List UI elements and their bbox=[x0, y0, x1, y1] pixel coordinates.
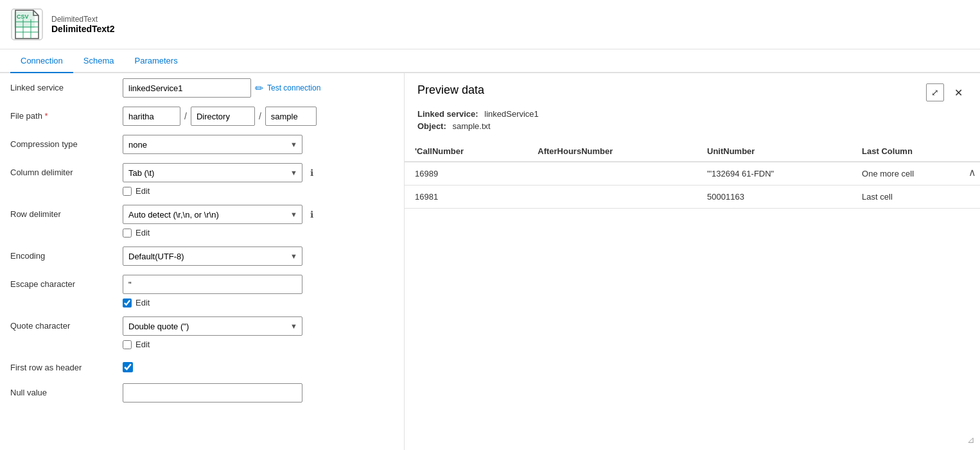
expand-button[interactable]: ⤢ bbox=[926, 83, 944, 101]
compression-type-controls: none gzip bzip2 ▼ bbox=[123, 135, 394, 154]
encoding-select[interactable]: Default(UTF-8) UTF-8 UTF-16 bbox=[123, 247, 302, 266]
test-connection-link[interactable]: Test connection bbox=[267, 83, 320, 92]
encoding-label: Encoding bbox=[10, 247, 123, 261]
escape-char-row: Escape character Edit bbox=[10, 275, 394, 307]
file-input[interactable] bbox=[265, 107, 317, 126]
object-meta-value: sample.txt bbox=[452, 121, 490, 131]
cell-call-2: 16981 bbox=[405, 186, 527, 209]
col-unit-number: UnitNumber bbox=[697, 141, 852, 162]
top-header: CSV DelimitedText DelimitedText2 bbox=[0, 0, 980, 49]
quote-edit-checkbox-row: Edit bbox=[123, 340, 394, 349]
column-edit-label[interactable]: Edit bbox=[136, 186, 150, 196]
object-meta-row: Object: sample.txt bbox=[417, 121, 967, 131]
expand-icon: ⤢ bbox=[931, 87, 939, 98]
col-after-hours: AfterHoursNumber bbox=[527, 141, 697, 162]
collapse-button[interactable]: ∧ bbox=[965, 163, 980, 181]
compression-type-select-wrap: none gzip bzip2 ▼ bbox=[123, 135, 302, 154]
directory-input[interactable] bbox=[191, 107, 255, 126]
preview-header-actions: ⤢ ✕ bbox=[926, 83, 967, 101]
quote-edit-label[interactable]: Edit bbox=[136, 340, 150, 349]
linked-service-edit-icon[interactable]: ✏ bbox=[255, 82, 263, 94]
preview-meta: Linked service: linkedService1 Object: s… bbox=[405, 107, 980, 141]
column-delimiter-info-icon[interactable]: ℹ bbox=[310, 168, 313, 178]
file-path-controls: / / bbox=[123, 107, 394, 126]
cell-after-2 bbox=[527, 186, 697, 209]
file-path-label: File path * bbox=[10, 107, 123, 121]
quote-edit-checkbox[interactable] bbox=[123, 340, 132, 349]
name-label: DelimitedText2 bbox=[51, 24, 115, 34]
cell-after-1 bbox=[527, 162, 697, 186]
tab-bar: Connection Schema Parameters bbox=[0, 49, 980, 73]
escape-char-controls: Edit bbox=[123, 275, 394, 307]
first-row-controls bbox=[123, 358, 394, 374]
cell-call-1: 16989 bbox=[405, 162, 527, 186]
header-text: DelimitedText DelimitedText2 bbox=[51, 15, 115, 34]
tab-connection[interactable]: Connection bbox=[10, 49, 73, 73]
row-edit-label[interactable]: Edit bbox=[136, 228, 150, 238]
quote-char-select-wrap: Double quote (") Single quote (') No quo… bbox=[123, 316, 302, 336]
escape-edit-label[interactable]: Edit bbox=[136, 298, 150, 307]
null-value-row: Null value bbox=[10, 383, 394, 402]
col-call-number: 'CallNumber bbox=[405, 141, 527, 162]
main-layout: Linked service ✏ Test connection File pa… bbox=[0, 73, 980, 450]
required-indicator: * bbox=[45, 111, 48, 121]
preview-header: Preview data ⤢ ✕ bbox=[405, 73, 980, 107]
column-edit-checkbox[interactable] bbox=[123, 187, 132, 196]
right-panel: ∧ Preview data ⤢ ✕ Linked service: linke… bbox=[405, 73, 980, 450]
null-value-input[interactable] bbox=[123, 383, 302, 402]
escape-char-label: Escape character bbox=[10, 275, 123, 289]
compression-type-select[interactable]: none gzip bzip2 bbox=[123, 135, 302, 154]
escape-char-input[interactable] bbox=[123, 275, 302, 294]
quote-char-controls: Double quote (") Single quote (') No quo… bbox=[123, 316, 394, 349]
quote-char-select[interactable]: Double quote (") Single quote (') No quo… bbox=[123, 316, 302, 336]
csv-icon: CSV bbox=[10, 8, 44, 41]
close-icon: ✕ bbox=[954, 87, 963, 99]
left-panel: Linked service ✏ Test connection File pa… bbox=[0, 73, 405, 450]
null-value-controls bbox=[123, 383, 394, 402]
column-delimiter-select-wrap: Tab (\t) Comma (,) Pipe (|) ▼ bbox=[123, 163, 302, 182]
first-row-label: First row as header bbox=[10, 358, 123, 372]
first-row-row: First row as header bbox=[10, 358, 394, 374]
close-preview-button[interactable]: ✕ bbox=[949, 83, 967, 101]
escape-edit-checkbox-row: Edit bbox=[123, 298, 394, 307]
resize-indicator: ⊿ bbox=[967, 435, 975, 445]
encoding-select-wrap: Default(UTF-8) UTF-8 UTF-16 ▼ bbox=[123, 247, 302, 266]
container-input[interactable] bbox=[123, 107, 180, 126]
object-meta-label: Object: bbox=[417, 121, 446, 131]
row-delimiter-row: Row delimiter Auto detect (\r,\n, or \r\… bbox=[10, 205, 394, 238]
linked-service-input[interactable] bbox=[123, 78, 251, 98]
column-delimiter-label: Column delimiter bbox=[10, 163, 123, 177]
row-delimiter-select[interactable]: Auto detect (\r,\n, or \r\n) \r\n \n bbox=[123, 205, 302, 224]
cell-unit-2: 50001163 bbox=[697, 186, 852, 209]
type-label: DelimitedText bbox=[51, 15, 115, 24]
row-edit-checkbox-row: Edit bbox=[123, 228, 394, 238]
slash-2: / bbox=[258, 111, 263, 121]
escape-edit-checkbox[interactable] bbox=[123, 299, 132, 307]
preview-table-wrap: 'CallNumber AfterHoursNumber UnitNumber … bbox=[405, 141, 980, 450]
null-value-label: Null value bbox=[10, 383, 123, 397]
first-row-checkbox[interactable] bbox=[123, 362, 133, 372]
linked-service-meta-label: Linked service: bbox=[417, 109, 478, 119]
tab-schema[interactable]: Schema bbox=[73, 49, 125, 73]
linked-service-meta-row: Linked service: linkedService1 bbox=[417, 109, 967, 119]
cell-last-1: One more cell bbox=[852, 162, 980, 186]
encoding-row: Encoding Default(UTF-8) UTF-8 UTF-16 ▼ bbox=[10, 247, 394, 266]
linked-service-controls: ✏ Test connection bbox=[123, 78, 394, 98]
row-edit-checkbox[interactable] bbox=[123, 229, 132, 238]
column-delimiter-row: Column delimiter Tab (\t) Comma (,) Pipe… bbox=[10, 163, 394, 196]
row-delimiter-info-icon[interactable]: ℹ bbox=[310, 209, 313, 220]
linked-service-input-row: ✏ Test connection bbox=[123, 78, 394, 98]
linked-service-meta-value: linkedService1 bbox=[484, 109, 539, 119]
column-edit-checkbox-row: Edit bbox=[123, 186, 394, 196]
slash-1: / bbox=[183, 111, 188, 121]
column-delimiter-controls: Tab (\t) Comma (,) Pipe (|) ▼ ℹ Edit bbox=[123, 163, 394, 196]
table-row: 16981 50001163 Last cell bbox=[405, 186, 980, 209]
compression-type-row: Compression type none gzip bzip2 ▼ bbox=[10, 135, 394, 154]
row-delimiter-select-wrap: Auto detect (\r,\n, or \r\n) \r\n \n ▼ bbox=[123, 205, 302, 224]
tab-parameters[interactable]: Parameters bbox=[124, 49, 188, 73]
cell-last-2: Last cell bbox=[852, 186, 980, 209]
cell-unit-1: "'132694 61-FDN" bbox=[697, 162, 852, 186]
quote-char-row: Quote character Double quote (") Single … bbox=[10, 316, 394, 349]
column-delimiter-select[interactable]: Tab (\t) Comma (,) Pipe (|) bbox=[123, 163, 302, 182]
preview-table: 'CallNumber AfterHoursNumber UnitNumber … bbox=[405, 141, 980, 209]
